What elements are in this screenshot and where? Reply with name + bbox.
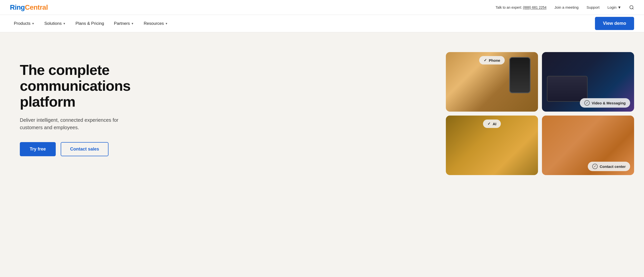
image-card-ai: ✓ AI [446, 116, 538, 175]
check-circle-icon: ✓ [484, 58, 487, 63]
contact-sales-button[interactable]: Contact sales [61, 142, 108, 156]
hero-right: ✓ Phone ✓ Video & Messaging ✓ AI ✓ Conta… [446, 47, 634, 175]
check-circle-icon: ✓ [592, 164, 598, 169]
image-card-phone: ✓ Phone [446, 52, 538, 112]
svg-line-1 [632, 8, 634, 9]
expert-text: Talk to an expert: (888) 681 2254 [496, 6, 546, 10]
logo[interactable]: RingCentral [10, 4, 48, 12]
nav-bar: Products ▼ Solutions ▼ Plans & Pricing P… [0, 15, 644, 32]
chevron-down-icon: ▼ [618, 5, 621, 10]
check-circle-icon: ✓ [488, 122, 491, 126]
nav-partners[interactable]: Partners ▼ [110, 19, 138, 28]
hero-section: The complete communications platform Del… [0, 32, 644, 277]
nav-solutions[interactable]: Solutions ▼ [40, 19, 70, 28]
phone-card-label: ✓ Phone [479, 56, 505, 65]
chevron-down-icon: ▼ [131, 22, 134, 25]
contact-card-label: ✓ Contact center [588, 162, 630, 171]
hero-subtitle: Deliver intelligent, connected experienc… [20, 116, 129, 131]
top-bar: RingCentral Talk to an expert: (888) 681… [0, 0, 644, 15]
login-link[interactable]: Login ▼ [607, 5, 621, 10]
nav-plans-pricing[interactable]: Plans & Pricing [72, 19, 108, 28]
check-circle-icon: ✓ [584, 100, 590, 106]
support-link[interactable]: Support [586, 5, 600, 10]
logo-central: Central [25, 4, 48, 11]
image-card-video: ✓ Video & Messaging [542, 52, 634, 112]
nav-products[interactable]: Products ▼ [10, 19, 38, 28]
search-icon[interactable] [629, 5, 634, 10]
ai-card-label: ✓ AI [483, 120, 501, 128]
logo-ring: Ring [10, 4, 25, 11]
video-card-label: ✓ Video & Messaging [580, 98, 630, 108]
hero-title: The complete communications platform [20, 62, 148, 109]
join-meeting-link[interactable]: Join a meeting [554, 5, 578, 10]
image-card-contact: ✓ Contact center [542, 116, 634, 175]
chevron-down-icon: ▼ [63, 22, 66, 25]
svg-point-0 [630, 6, 633, 9]
hero-buttons: Try free Contact sales [20, 142, 148, 156]
try-free-button[interactable]: Try free [20, 142, 56, 156]
expert-phone-link[interactable]: (888) 681 2254 [523, 6, 546, 10]
chevron-down-icon: ▼ [165, 22, 168, 25]
view-demo-button[interactable]: View demo [595, 17, 634, 30]
hero-left: The complete communications platform Del… [20, 47, 148, 156]
nav-resources[interactable]: Resources ▼ [140, 19, 172, 28]
nav-links: Products ▼ Solutions ▼ Plans & Pricing P… [10, 19, 172, 28]
chevron-down-icon: ▼ [32, 22, 34, 25]
top-right: Talk to an expert: (888) 681 2254 Join a… [496, 5, 634, 10]
